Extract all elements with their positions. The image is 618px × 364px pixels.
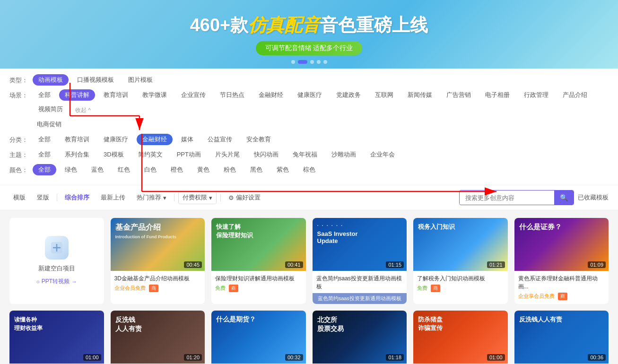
scene-tag-science[interactable]: 科普讲解 bbox=[59, 89, 95, 101]
scene-tag-tutorial[interactable]: 教学微课 bbox=[137, 89, 173, 101]
chevron-down-icon: ▾ bbox=[163, 194, 166, 201]
sort-comprehensive[interactable]: 综合排序 bbox=[61, 191, 93, 204]
type-tag-image[interactable]: 图片模板 bbox=[122, 74, 158, 86]
scene-tag-company[interactable]: 企业宣传 bbox=[175, 89, 211, 101]
color-tag-black[interactable]: 黑色 bbox=[244, 164, 268, 175]
template-card-antimoney[interactable]: 反洗钱人人有责 01:20 反洗钱宣传宣款科普讲解动画模板 bbox=[111, 311, 205, 364]
template-card-insurance[interactable]: 快速了解保险理财知识 00:41 保险理财知识讲解通用动画模板 免费 商 bbox=[211, 218, 306, 304]
scene-tag-ecommerce[interactable]: 电商促销 bbox=[31, 119, 67, 130]
price-label: 企业享会员免费 bbox=[518, 293, 555, 299]
new-project-title: 新建空白项目 bbox=[38, 264, 75, 273]
theme-tag-rabbit[interactable]: 兔年祝福 bbox=[287, 149, 323, 160]
banner-dot-5[interactable] bbox=[323, 60, 327, 64]
banner-dot-4[interactable] bbox=[317, 60, 321, 64]
card-info-fund: 3D金融基金产品介绍动画模板 企业会员免费 商 bbox=[111, 271, 205, 296]
search-input[interactable] bbox=[460, 191, 554, 204]
scene-tag-festival[interactable]: 节日热点 bbox=[214, 89, 250, 101]
badge: 商 bbox=[558, 293, 567, 300]
banner-dot-1[interactable] bbox=[291, 60, 295, 64]
color-tag-green[interactable]: 绿色 bbox=[59, 164, 83, 175]
card-duration: 01:15 bbox=[386, 261, 404, 268]
type-tag-voiceover[interactable]: 口播视频模板 bbox=[71, 74, 120, 86]
search-button[interactable]: 🔍 bbox=[554, 191, 574, 205]
card-thumb-securities: 什么是证券？ 01:09 bbox=[514, 218, 609, 271]
theme-tag-funny[interactable]: 沙雕动画 bbox=[326, 149, 362, 160]
color-tag-pink[interactable]: 粉色 bbox=[218, 164, 242, 175]
banner-dot-2[interactable] bbox=[298, 60, 307, 64]
template-card-saas[interactable]: · · · · · · SaaS Investor Update 01:15 蓝… bbox=[313, 218, 407, 304]
template-card-securities[interactable]: 什么是证券？ 01:09 黄色系证券理财金融科普通用动画... 企业享会员免费 … bbox=[514, 218, 609, 304]
card-info-insurance: 保险理财知识讲解通用动画模板 免费 商 bbox=[211, 271, 306, 296]
scene-collapse[interactable]: 收起 ^ bbox=[75, 104, 91, 114]
template-card-finance3d[interactable]: 读懂各种理财收益率 01:00 3D金融理财模板动画模板 bbox=[9, 311, 104, 364]
scene-filter-row: 场景： 全部 科普讲解 教育培训 教学微课 企业宣传 节日热点 金融财经 健康医… bbox=[9, 89, 609, 115]
color-tag-white[interactable]: 白色 bbox=[139, 164, 162, 175]
template-card-bse[interactable]: 北交所股票交易 01:18 3D北交所股票交易操作指南动画模板 bbox=[313, 311, 407, 364]
theme-tag-gala[interactable]: 企业年会 bbox=[365, 149, 400, 160]
cat-tag-education[interactable]: 教育培训 bbox=[59, 134, 95, 145]
cat-tag-media[interactable]: 媒体 bbox=[175, 134, 199, 145]
circle-icon: ○ bbox=[36, 278, 39, 285]
color-tag-red[interactable]: 红色 bbox=[112, 164, 136, 175]
template-card-tax[interactable]: 税务入门知识 01:21 了解税务入门知识动画模板 免费 商 bbox=[413, 218, 508, 304]
theme-tag-series[interactable]: 系列合集 bbox=[59, 149, 95, 160]
color-tag-orange[interactable]: 橙色 bbox=[165, 164, 189, 175]
theme-tag-ppt[interactable]: PPT动画 bbox=[171, 149, 207, 160]
scene-tag-finance[interactable]: 金融财经 bbox=[253, 89, 289, 101]
card-thumb-insurance: 快速了解保险理财知识 00:41 bbox=[211, 218, 306, 271]
theme-tag-english[interactable]: 简约英文 bbox=[132, 149, 168, 160]
type-tag-animation[interactable]: 动画模板 bbox=[33, 74, 69, 86]
settings-icon: ⚙ bbox=[228, 194, 234, 201]
color-tag-all[interactable]: 全部 bbox=[33, 164, 56, 175]
scene-tag-health[interactable]: 健康医疗 bbox=[292, 89, 328, 101]
scene-tag-all[interactable]: 全部 bbox=[33, 89, 56, 101]
type-filter-row: 类型： 动画模板 口播视频模板 图片模板 bbox=[9, 74, 609, 86]
paid-filter[interactable]: 付费权限 ▾ bbox=[178, 191, 217, 204]
theme-tag-all[interactable]: 全部 bbox=[33, 149, 56, 160]
template-card-antiscam[interactable]: 防杀猪盘诈骗宣传 01:00 防杀猪盘诈骗宣传金融反诈科普动画... bbox=[413, 311, 508, 364]
cat-tag-finance[interactable]: 金融财经 bbox=[137, 134, 173, 145]
scene-tag-ads[interactable]: 广告营销 bbox=[441, 89, 477, 101]
cat-tag-all[interactable]: 全部 bbox=[33, 134, 56, 145]
toolbar-divider-3 bbox=[220, 194, 221, 201]
template-card-antimoney2[interactable]: 反洗钱人人有责 00:36 反洗钱人人有责科普趣味动画模板 bbox=[514, 311, 609, 364]
theme-tags: 全部 系列合集 3D模板 简约英文 PPT动画 片头片尾 快闪动画 兔年祝福 沙… bbox=[33, 149, 609, 160]
cat-tag-health[interactable]: 健康医疗 bbox=[98, 134, 134, 145]
card-price: 免费 商 bbox=[215, 285, 302, 292]
scene-tag-product[interactable]: 产品介绍 bbox=[557, 89, 593, 101]
theme-tag-3d[interactable]: 3D模板 bbox=[98, 149, 130, 160]
banner-dot-3[interactable] bbox=[310, 60, 314, 64]
scene-tag-party[interactable]: 党建政务 bbox=[331, 89, 366, 101]
theme-tag-intros[interactable]: 片头片尾 bbox=[209, 149, 245, 160]
cat-tag-public[interactable]: 公益宣传 bbox=[202, 134, 238, 145]
ppt-convert-link[interactable]: ○ PPT转视频 → bbox=[36, 277, 77, 286]
card-info-tax: 了解税务入门知识动画模板 免费 商 bbox=[413, 271, 508, 296]
theme-tag-flash[interactable]: 快闪动画 bbox=[248, 149, 284, 160]
color-tag-brown[interactable]: 棕色 bbox=[297, 164, 321, 175]
scene-tag-education[interactable]: 教育培训 bbox=[98, 89, 134, 101]
card-duration: 01:21 bbox=[487, 261, 505, 268]
template-card-fund[interactable]: 基金产品介绍 Introduction of Fund Products 00:… bbox=[111, 218, 205, 304]
scene-tag-admin[interactable]: 行政管理 bbox=[518, 89, 554, 101]
color-tag-blue[interactable]: 蓝色 bbox=[86, 164, 109, 175]
scene-tag-album[interactable]: 电子相册 bbox=[479, 89, 515, 101]
color-tag-yellow[interactable]: 黄色 bbox=[191, 164, 215, 175]
view-horizontal[interactable]: 横版 bbox=[9, 191, 29, 204]
scene-tag-news[interactable]: 新闻传媒 bbox=[402, 89, 438, 101]
scene-tag-internet[interactable]: 互联网 bbox=[369, 89, 399, 101]
new-project-card[interactable]: 新建空白项目 ○ PPT转视频 → bbox=[9, 218, 104, 304]
template-card-futures[interactable]: 什么是期货？ 00:32 金融期货知识科普动画模板 bbox=[211, 311, 306, 364]
scene-tag-resume[interactable]: 视频简历 bbox=[33, 104, 69, 115]
view-vertical[interactable]: 竖版 bbox=[33, 191, 53, 204]
sort-hot[interactable]: 热门推荐 ▾ bbox=[133, 191, 170, 204]
price-label: 企业会员免费 bbox=[114, 285, 146, 291]
color-tag-purple[interactable]: 紫色 bbox=[271, 164, 295, 175]
card-thumb-saas: · · · · · · SaaS Investor Update 01:15 bbox=[313, 218, 407, 271]
card-info-securities: 黄色系证券理财金融科普通用动画... 企业享会员免费 商 bbox=[514, 271, 609, 304]
preference-settings[interactable]: ⚙ 偏好设置 bbox=[225, 191, 264, 204]
saved-templates-btn[interactable]: 已收藏模板 bbox=[578, 193, 609, 202]
sort-newest[interactable]: 最新上传 bbox=[97, 191, 129, 204]
cat-tag-safety[interactable]: 安全教育 bbox=[241, 134, 277, 145]
banner-dots bbox=[291, 60, 327, 64]
color-filter-row: 颜色： 全部 绿色 蓝色 红色 白色 橙色 黄色 粉色 黑色 紫色 棕色 bbox=[9, 164, 609, 175]
